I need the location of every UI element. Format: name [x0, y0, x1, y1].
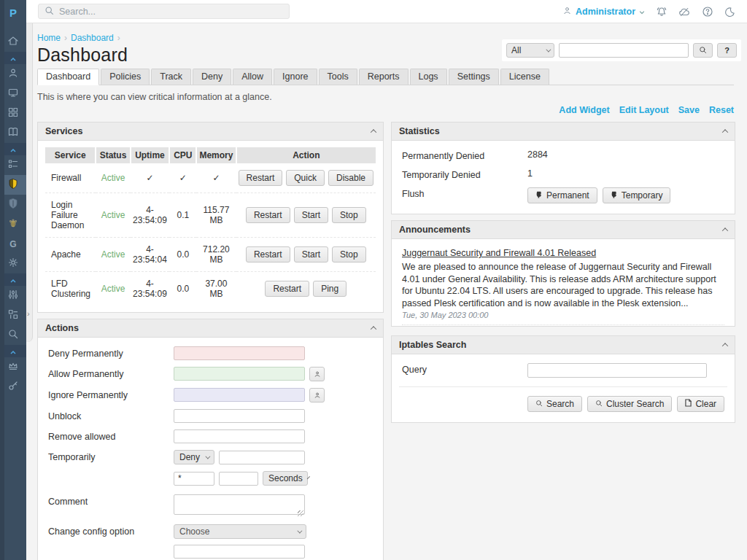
sidebar-item-antivirus[interactable]: [0, 214, 26, 234]
sidebar-item-keys[interactable]: [0, 377, 26, 397]
collapse-chevron-icon[interactable]: [722, 129, 728, 135]
config-option-select[interactable]: Choose: [174, 524, 306, 539]
stop-button[interactable]: Stop: [332, 246, 366, 262]
deny-permanently-input[interactable]: [174, 346, 305, 360]
start-button[interactable]: Start: [294, 246, 328, 262]
flush-permanent-button[interactable]: Permanent: [527, 187, 597, 203]
cluster-search-button[interactable]: Cluster Search: [587, 396, 672, 412]
temporarily-ip-input[interactable]: [219, 451, 305, 464]
tab-dashboard[interactable]: Dashboard: [37, 69, 99, 85]
tab-ignore[interactable]: Ignore: [274, 69, 317, 85]
allow-permanently-input[interactable]: [174, 367, 305, 381]
restart-button[interactable]: Restart: [246, 207, 290, 223]
plesk-logo[interactable]: P: [0, 0, 26, 25]
reset-layout-link[interactable]: Reset: [709, 105, 734, 116]
allow-user-button[interactable]: [309, 367, 325, 381]
service-cpu: 0.0: [169, 272, 196, 306]
tab-license[interactable]: License: [500, 69, 549, 85]
duration-unit-select[interactable]: Seconds: [263, 471, 308, 486]
disable-button[interactable]: Disable: [328, 170, 374, 186]
announcements-panel-title: Announcements: [399, 225, 471, 235]
comment-textarea[interactable]: [174, 494, 305, 515]
collapse-chevron-icon[interactable]: [722, 343, 728, 349]
ignore-permanently-input[interactable]: [174, 388, 305, 402]
quick-restart-button[interactable]: Quick: [286, 170, 325, 186]
temporarily-type-select[interactable]: Deny: [174, 450, 214, 464]
sidebar-item-users[interactable]: [0, 64, 26, 84]
quick-search-button[interactable]: [693, 43, 713, 58]
sidebar-group-collapse[interactable]: [0, 143, 26, 155]
remove-allowed-input[interactable]: [174, 429, 305, 443]
config-value-input[interactable]: [174, 545, 305, 559]
sidebar-item-tasks[interactable]: [0, 155, 26, 175]
sidebar-item-firewall-active[interactable]: [0, 175, 26, 195]
sidebar-item-docs[interactable]: [0, 123, 26, 143]
sidebar-item-tools[interactable]: [0, 286, 26, 306]
save-layout-link[interactable]: Save: [678, 105, 700, 116]
actions-panel: Actions Deny Permanently Allow Permanent…: [37, 319, 384, 560]
tab-track[interactable]: Track: [151, 69, 191, 85]
iptables-search-button[interactable]: Search: [527, 396, 582, 412]
collapse-chevron-icon[interactable]: [722, 228, 728, 233]
tab-deny[interactable]: Deny: [193, 69, 231, 85]
sidebar-item-home[interactable]: [0, 32, 26, 52]
col-uptime: Uptime: [131, 147, 170, 163]
sidebar-item-premium[interactable]: [0, 357, 26, 377]
divider: [402, 324, 724, 325]
tab-policies[interactable]: Policies: [101, 69, 150, 85]
collapse-chevron-icon[interactable]: [371, 326, 376, 332]
temporarily-ports-input[interactable]: [174, 472, 214, 486]
notifications-bell-icon[interactable]: [656, 6, 667, 18]
collapse-chevron-icon[interactable]: [371, 129, 376, 135]
sidebar-item-applications[interactable]: [0, 104, 26, 123]
clear-button[interactable]: Clear: [677, 396, 724, 412]
ping-button[interactable]: Ping: [313, 281, 347, 297]
query-input[interactable]: [527, 363, 707, 378]
start-button[interactable]: Start: [294, 207, 328, 223]
ignore-user-button[interactable]: [309, 388, 325, 402]
secondary-nav-collapsed[interactable]: ›: [26, 23, 33, 342]
breadcrumb-home-link[interactable]: Home: [37, 33, 61, 43]
announcement-link[interactable]: Juggernaut Security and Firewall 4.01 Re…: [402, 248, 596, 258]
sidebar-group-collapse[interactable]: [0, 273, 26, 286]
change-config-label: Change config option: [48, 524, 174, 537]
sidebar-item-websites[interactable]: [0, 84, 26, 104]
quick-search-input[interactable]: [559, 43, 689, 58]
firewall-shield-icon: [7, 178, 19, 192]
unblock-input[interactable]: [174, 409, 305, 423]
remove-allowed-label: Remove allowed: [48, 429, 174, 442]
sidebar-item-site-check[interactable]: [0, 325, 26, 345]
tab-allow[interactable]: Allow: [233, 69, 272, 85]
help-button[interactable]: ?: [717, 43, 737, 58]
edit-layout-link[interactable]: Edit Layout: [619, 105, 669, 116]
tab-settings[interactable]: Settings: [449, 69, 499, 85]
tab-reports[interactable]: Reports: [359, 69, 409, 85]
sidebar-item-extensions[interactable]: [0, 306, 26, 325]
cloud-offline-icon[interactable]: [678, 7, 691, 18]
user-menu[interactable]: Administrator: [562, 6, 645, 18]
dark-mode-moon-icon[interactable]: [724, 7, 735, 18]
restart-button[interactable]: Restart: [239, 170, 283, 186]
status-badge: Active: [96, 163, 130, 193]
service-cpu: 0.0: [169, 238, 196, 272]
sidebar-item-settings[interactable]: [0, 254, 26, 273]
help-icon[interactable]: [702, 6, 713, 18]
tab-logs[interactable]: Logs: [410, 69, 447, 85]
sidebar-group-collapse[interactable]: [0, 345, 26, 357]
scope-select[interactable]: All: [506, 43, 554, 58]
stop-button[interactable]: Stop: [332, 207, 366, 223]
announcements-panel-header: Announcements: [392, 221, 735, 239]
restart-button[interactable]: Restart: [265, 281, 309, 297]
tab-tools[interactable]: Tools: [319, 69, 357, 85]
sidebar-item-security[interactable]: [0, 195, 26, 214]
status-badge: Active: [96, 272, 130, 306]
sidebar-group-collapse[interactable]: [0, 52, 26, 64]
add-widget-link[interactable]: Add Widget: [559, 105, 609, 116]
statistics-panel-header: Statistics: [392, 122, 735, 141]
temporarily-duration-input[interactable]: [219, 472, 258, 486]
restart-button[interactable]: Restart: [246, 246, 290, 262]
flush-temporary-button[interactable]: Temporary: [603, 187, 671, 203]
breadcrumb-dashboard-link[interactable]: Dashboard: [71, 33, 114, 43]
global-search-input[interactable]: Search...: [38, 4, 290, 19]
sidebar-item-google[interactable]: G: [0, 234, 26, 254]
